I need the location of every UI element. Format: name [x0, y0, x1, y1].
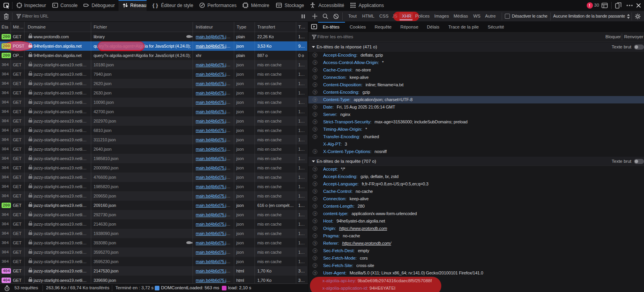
- svg-text:{ }: { }: [152, 2, 158, 8]
